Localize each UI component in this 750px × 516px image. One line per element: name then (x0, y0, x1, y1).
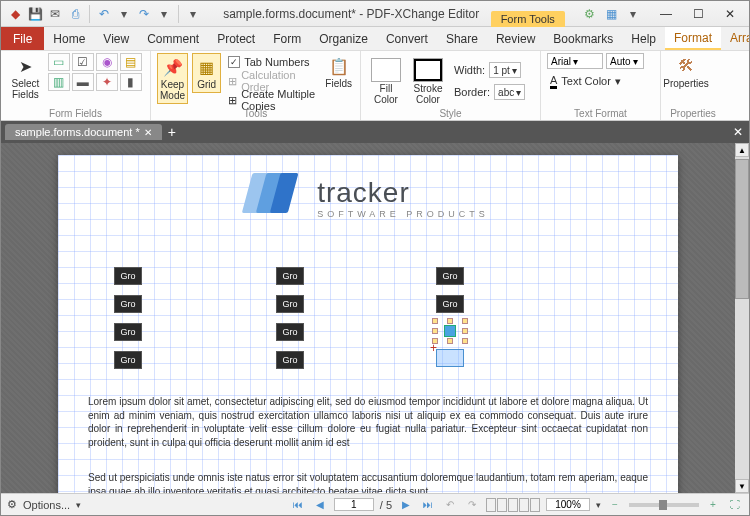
vertical-scrollbar[interactable]: ▲ ▼ (735, 143, 749, 493)
width-dropdown[interactable]: 1 pt ▾ (489, 62, 521, 78)
form-field[interactable]: Gro (276, 323, 304, 341)
fields-icon: 📋 (328, 55, 350, 77)
border-dropdown[interactable]: abc ▾ (494, 84, 525, 100)
list-field-icon[interactable]: ▥ (48, 73, 70, 91)
nav-fwd-icon[interactable]: ↷ (464, 497, 480, 513)
form-field[interactable]: Gro (276, 295, 304, 313)
print-icon[interactable]: ⎙ (67, 6, 83, 22)
fill-swatch (371, 58, 401, 82)
stroke-color-button[interactable]: Stroke Color (409, 56, 447, 107)
logo-mark-icon (247, 173, 307, 223)
options-gear-icon[interactable]: ⚙ (7, 498, 17, 511)
redo-icon[interactable]: ↷ (136, 6, 152, 22)
tab-home[interactable]: Home (44, 27, 94, 50)
file-tab[interactable]: File (1, 27, 44, 50)
fill-color-button[interactable]: Fill Color (367, 56, 405, 107)
group-label-tools: Tools (151, 108, 360, 120)
chevron-down-icon[interactable]: ▾ (185, 6, 201, 22)
barcode-field-icon[interactable]: ▮ (120, 73, 142, 91)
form-field[interactable]: Gro (276, 351, 304, 369)
font-name-dropdown[interactable]: Arial ▾ (547, 53, 603, 69)
tab-protect[interactable]: Protect (208, 27, 264, 50)
last-page-icon[interactable]: ⏭ (420, 497, 436, 513)
zoom-input[interactable] (546, 498, 590, 511)
tab-help[interactable]: Help (622, 27, 665, 50)
tab-form[interactable]: Form (264, 27, 310, 50)
keep-mode-button[interactable]: 📌 Keep Mode (157, 53, 188, 104)
tab-share[interactable]: Share (437, 27, 487, 50)
form-field[interactable]: Gro (114, 295, 142, 313)
zoom-slider[interactable] (629, 503, 699, 507)
document-tab[interactable]: sample.forms.document *✕ (5, 124, 162, 140)
group-label-style: Style (361, 108, 540, 120)
first-page-icon[interactable]: ⏮ (290, 497, 306, 513)
minimize-button[interactable]: — (651, 4, 681, 24)
checkbox-field-icon[interactable]: ☑ (72, 53, 94, 71)
tab-format[interactable]: Format (665, 27, 721, 50)
chevron-down-icon[interactable]: ▾ (156, 6, 172, 22)
ribbon: ➤ Select Fields ▭ ☑ ◉ ▤ ▥ ▬ ✦ ▮ Form Fie… (1, 51, 749, 121)
scroll-thumb[interactable] (735, 159, 749, 299)
next-page-icon[interactable]: ▶ (398, 497, 414, 513)
close-button[interactable]: ✕ (715, 4, 745, 24)
zoom-out-icon[interactable]: − (607, 497, 623, 513)
body-paragraph: Lorem ipsum dolor sit amet, consectetur … (88, 395, 648, 449)
chevron-down-icon[interactable]: ▾ (625, 6, 641, 22)
tab-comment[interactable]: Comment (138, 27, 208, 50)
selection-center (444, 325, 456, 337)
page-layout-buttons[interactable] (486, 498, 540, 512)
create-multiple-copies-button[interactable]: ⊞Create Multiple Copies (225, 91, 319, 109)
tab-arrange[interactable]: Arrange (721, 27, 750, 50)
scroll-down-icon[interactable]: ▼ (735, 479, 749, 493)
tab-view[interactable]: View (94, 27, 138, 50)
form-field[interactable]: Gro (276, 267, 304, 285)
tab-convert[interactable]: Convert (377, 27, 437, 50)
page-number-input[interactable] (334, 498, 374, 511)
selected-form-field[interactable] (435, 321, 465, 341)
button-field-icon[interactable]: ▬ (72, 73, 94, 91)
radio-field-icon[interactable]: ◉ (96, 53, 118, 71)
fit-page-icon[interactable]: ⛶ (727, 497, 743, 513)
combo-field-icon[interactable]: ▤ (120, 53, 142, 71)
add-tab-button[interactable]: + (168, 124, 176, 140)
placement-preview (436, 349, 464, 367)
form-field[interactable]: Gro (114, 351, 142, 369)
properties-button[interactable]: 🛠 Properties (667, 53, 705, 91)
form-field[interactable]: Gro (114, 267, 142, 285)
tab-bookmarks[interactable]: Bookmarks (544, 27, 622, 50)
undo-icon[interactable]: ↶ (96, 6, 112, 22)
font-size-dropdown[interactable]: Auto ▾ (606, 53, 644, 69)
insertion-cursor-icon: + (430, 341, 437, 355)
select-fields-button[interactable]: ➤ Select Fields (7, 53, 44, 102)
form-field[interactable]: Gro (114, 323, 142, 341)
close-panel-icon[interactable]: ✕ (733, 125, 743, 139)
zoom-in-icon[interactable]: + (705, 497, 721, 513)
text-field-icon[interactable]: ▭ (48, 53, 70, 71)
calc-icon: ⊞ (228, 75, 237, 88)
customize-icon[interactable]: ⚙ (581, 6, 597, 22)
status-bar: ⚙ Options... ▾ ⏮ ◀ / 5 ▶ ⏭ ↶ ↷ ▾ − + ⛶ (1, 493, 749, 515)
fields-pane-button[interactable]: 📋 Fields (323, 53, 354, 91)
signature-field-icon[interactable]: ✦ (96, 73, 118, 91)
text-color-button[interactable]: A Text Color ▾ (547, 72, 644, 90)
chevron-down-icon[interactable]: ▾ (116, 6, 132, 22)
ui-toggle-icon[interactable]: ▦ (603, 6, 619, 22)
close-tab-icon[interactable]: ✕ (144, 127, 152, 138)
scroll-up-icon[interactable]: ▲ (735, 143, 749, 157)
save-icon[interactable]: 💾 (27, 6, 43, 22)
nav-back-icon[interactable]: ↶ (442, 497, 458, 513)
tab-organize[interactable]: Organize (310, 27, 377, 50)
tab-review[interactable]: Review (487, 27, 544, 50)
maximize-button[interactable]: ☐ (683, 4, 713, 24)
contextual-tab-label: Form Tools (491, 11, 565, 27)
page-total: / 5 (380, 499, 392, 511)
canvas[interactable]: tracker SOFTWARE PRODUCTS Gro Gro Gro Gr… (1, 143, 735, 493)
form-field[interactable]: Gro (436, 267, 464, 285)
grid-button[interactable]: ▦ Grid (192, 53, 221, 93)
options-button[interactable]: Options... (23, 499, 70, 511)
form-field[interactable]: Gro (436, 295, 464, 313)
document-page[interactable]: tracker SOFTWARE PRODUCTS Gro Gro Gro Gr… (58, 155, 678, 493)
prev-page-icon[interactable]: ◀ (312, 497, 328, 513)
mail-icon[interactable]: ✉ (47, 6, 63, 22)
border-width-row: Width: 1 pt ▾ (451, 61, 528, 79)
